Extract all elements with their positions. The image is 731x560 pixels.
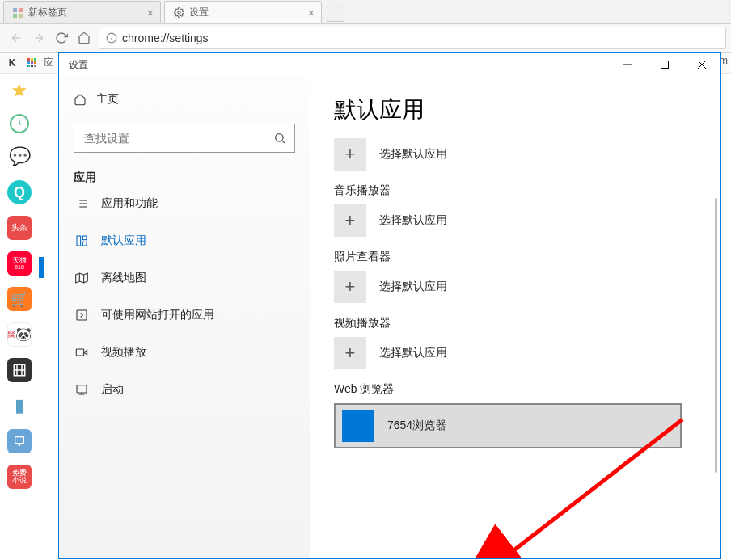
nav-back-button[interactable] — [5, 27, 27, 49]
svg-rect-31 — [77, 385, 87, 393]
nav-startup[interactable]: 启动 — [74, 371, 295, 408]
bookmark-k-icon[interactable]: K — [5, 56, 19, 70]
page-title: 默认应用 — [334, 95, 696, 125]
nav-label: 离线地图 — [101, 271, 146, 285]
tab-new[interactable]: 新标签页 × — [3, 1, 161, 23]
list-icon — [74, 196, 90, 212]
video-icon — [74, 344, 90, 360]
nav-home-label: 主页 — [96, 92, 119, 107]
open-icon — [74, 307, 90, 323]
sidebar-tmall-icon[interactable]: 天猫618 — [7, 251, 32, 276]
nav-apps-features[interactable]: 应用和功能 — [74, 185, 295, 222]
home-icon — [74, 93, 87, 106]
window-titlebar: 设置 — [59, 53, 720, 77]
music-player-label: 音乐播放器 — [334, 183, 696, 198]
default-apps-icon — [74, 233, 90, 249]
plus-icon: + — [334, 337, 366, 369]
window-close-button[interactable] — [683, 53, 720, 77]
svg-point-14 — [276, 134, 283, 141]
plus-icon: + — [334, 138, 366, 171]
plus-icon: + — [334, 271, 366, 303]
startup-icon — [74, 381, 90, 398]
nav-reload-button[interactable] — [50, 27, 73, 49]
sidebar-toutiao-icon[interactable]: 头条 — [7, 216, 32, 240]
settings-window: 设置 主页 应用 应用和功能 默认应用 — [58, 52, 721, 559]
window-maximize-button[interactable] — [646, 53, 683, 77]
music-player-value: 选择默认应用 — [379, 213, 447, 228]
new-tab-button[interactable] — [327, 6, 344, 22]
settings-search[interactable] — [74, 124, 295, 153]
nav-label: 默认应用 — [101, 234, 146, 248]
video-player-button[interactable]: + 选择默认应用 — [334, 337, 696, 369]
browser-nav-bar: chrome://settings — [0, 24, 731, 53]
settings-nav-pane: 主页 应用 应用和功能 默认应用 离线地图 可使用网站打开的应用 — [59, 77, 310, 558]
svg-rect-22 — [77, 236, 81, 246]
browser-tabs-bar: 新标签页 × 设置 × — [0, 0, 731, 24]
address-text: chrome://settings — [122, 32, 209, 44]
nav-default-apps[interactable]: 默认应用 — [74, 222, 295, 259]
photo-viewer-value: 选择默认应用 — [379, 280, 447, 294]
window-title: 设置 — [69, 58, 88, 72]
nav-offline-maps[interactable]: 离线地图 — [74, 259, 295, 297]
settings-search-input[interactable] — [82, 131, 273, 145]
page-selected-indicator — [39, 257, 44, 278]
svg-rect-24 — [82, 242, 87, 246]
sidebar-star-icon[interactable]: ★ — [7, 78, 32, 103]
svg-rect-11 — [661, 61, 669, 69]
bookmark-label[interactable]: 应 — [44, 56, 53, 69]
tab-newtab-icon — [12, 7, 23, 19]
nav-video-playback[interactable]: 视频播放 — [74, 334, 295, 371]
nav-web-apps[interactable]: 可使用网站打开的应用 — [74, 297, 295, 334]
nav-label: 可使用网站打开的应用 — [101, 308, 214, 322]
nav-home-button[interactable] — [73, 27, 95, 49]
tab-settings[interactable]: 设置 × — [164, 1, 322, 23]
default-app-first-row: + 选择默认应用 — [334, 138, 696, 171]
nav-label: 视频播放 — [101, 345, 146, 360]
tab-label: 设置 — [189, 6, 209, 19]
sidebar-ju-icon[interactable]: 聚🐼 — [7, 322, 32, 347]
settings-content-pane: 默认应用 + 选择默认应用 音乐播放器 + 选择默认应用 照片查看器 + 选择默… — [310, 77, 720, 558]
tab-label: 新标签页 — [28, 6, 67, 19]
svg-line-15 — [282, 141, 285, 143]
sidebar-book-icon[interactable]: ▮ — [7, 394, 32, 418]
photo-viewer-button[interactable]: + 选择默认应用 — [334, 271, 696, 303]
choose-default-button[interactable]: + 选择默认应用 — [334, 138, 696, 171]
svg-point-0 — [177, 11, 180, 14]
svg-rect-23 — [82, 236, 87, 240]
web-browser-button[interactable]: 7654浏览器 — [334, 403, 682, 448]
svg-rect-28 — [77, 310, 87, 320]
sidebar-wechat-icon[interactable]: 💬 — [7, 145, 32, 169]
nav-section-header: 应用 — [74, 171, 295, 185]
nav-forward-button[interactable] — [27, 27, 50, 49]
music-player-button[interactable]: + 选择默认应用 — [334, 204, 696, 237]
tab-gear-icon — [173, 7, 184, 19]
tab-close-icon[interactable]: × — [308, 6, 315, 19]
nav-label: 应用和功能 — [101, 196, 158, 211]
browser-app-icon — [342, 410, 374, 442]
web-browser-value: 7654浏览器 — [387, 419, 446, 433]
sidebar-cart-icon[interactable]: 🛒 — [7, 287, 32, 311]
sidebar-clock-icon[interactable] — [10, 114, 29, 133]
info-icon — [106, 32, 117, 44]
address-bar[interactable]: chrome://settings — [99, 27, 726, 49]
svg-marker-30 — [84, 350, 87, 354]
video-player-value: 选择默认应用 — [379, 346, 447, 360]
tab-close-icon[interactable]: × — [147, 6, 154, 19]
svg-rect-8 — [15, 437, 24, 444]
app-sidebar: ★ 💬 Q 头条 天猫618 🛒 聚🐼 ▮ 免费小说 — [0, 74, 39, 560]
scrollbar[interactable] — [715, 198, 717, 473]
sidebar-video-icon[interactable] — [7, 358, 32, 382]
map-icon — [74, 270, 90, 286]
sidebar-device-icon[interactable] — [7, 429, 32, 453]
photo-viewer-label: 照片查看器 — [334, 250, 696, 264]
search-icon — [273, 132, 286, 145]
nav-home[interactable]: 主页 — [74, 85, 295, 114]
window-minimize-button[interactable] — [609, 53, 646, 77]
plus-icon: + — [334, 204, 366, 237]
nav-label: 启动 — [101, 382, 124, 397]
bookmark-apps-icon[interactable] — [24, 56, 39, 70]
choose-default-label: 选择默认应用 — [379, 147, 447, 162]
sidebar-search-icon[interactable]: Q — [7, 180, 32, 204]
svg-rect-29 — [76, 349, 83, 356]
sidebar-novel-icon[interactable]: 免费小说 — [7, 465, 32, 489]
